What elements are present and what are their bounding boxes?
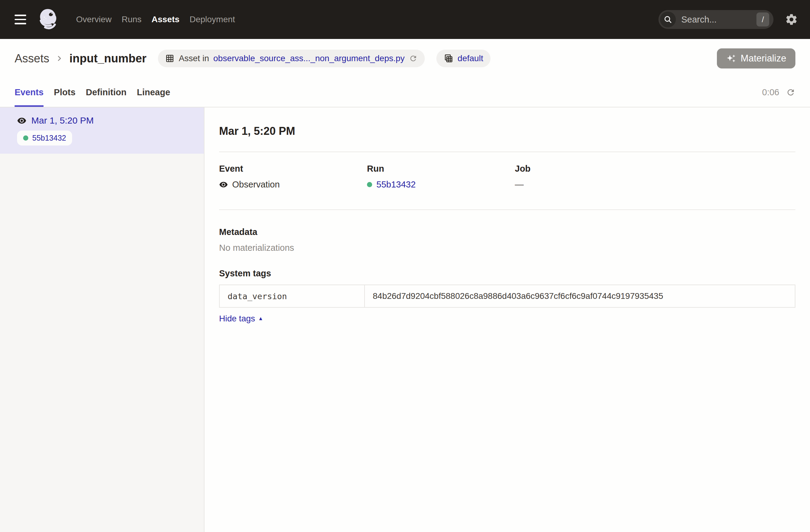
chevron-right-icon <box>55 54 64 63</box>
nav-item-runs[interactable]: Runs <box>122 15 142 25</box>
tag-value-cell: 84b26d7d9204cbf588026c8a9886d403a6c9637c… <box>365 285 795 307</box>
settings-button[interactable] <box>785 13 798 26</box>
search-input[interactable]: Search... / <box>659 10 774 29</box>
tag-key-cell: data_version <box>220 285 365 307</box>
materialize-label: Materialize <box>741 53 786 64</box>
page-title: input_number <box>69 52 146 65</box>
refresh-icon <box>409 54 418 63</box>
hide-tags-link[interactable]: Hide tags ▲ <box>219 314 263 323</box>
top-nav: Overview Runs Assets Deployment Search..… <box>0 0 810 39</box>
asset-header: Assets input_number Asset in observable_… <box>0 39 810 78</box>
event-list-sidebar: Mar 1, 5:20 PM 55b13432 <box>0 108 205 532</box>
event-detail-title: Mar 1, 5:20 PM <box>219 125 795 138</box>
asset-location-pill: Asset in observable_source_ass..._non_ar… <box>158 50 424 67</box>
search-placeholder: Search... <box>681 15 757 25</box>
nav-item-deployment[interactable]: Deployment <box>190 15 235 25</box>
search-shortcut-key: / <box>757 13 769 27</box>
run-tag[interactable]: 55b13432 <box>17 131 72 145</box>
code-location-link[interactable]: default <box>458 53 483 63</box>
run-status-dot <box>367 182 372 187</box>
system-tags-heading: System tags <box>219 268 795 279</box>
system-tags-table: data_version 84b26d7d9204cbf588026c8a988… <box>219 285 795 308</box>
tab-events[interactable]: Events <box>15 78 44 107</box>
repo-icon <box>444 53 453 63</box>
run-column-header: Run <box>367 163 515 174</box>
asset-file-link[interactable]: observable_source_ass..._non_argument_de… <box>213 53 405 63</box>
reload-location-button[interactable] <box>409 54 418 63</box>
asset-in-label: Asset in <box>179 53 209 63</box>
divider <box>219 209 795 210</box>
event-list-item-selected[interactable]: Mar 1, 5:20 PM 55b13432 <box>0 108 204 154</box>
refresh-icon <box>786 88 795 97</box>
hide-tags-label: Hide tags <box>219 314 255 323</box>
tab-definition[interactable]: Definition <box>86 78 127 107</box>
divider <box>219 151 795 152</box>
run-id-label: 55b13432 <box>32 134 66 142</box>
menu-button[interactable] <box>15 15 26 25</box>
hamburger-icon <box>15 15 26 16</box>
eye-icon <box>17 116 27 125</box>
refresh-button[interactable] <box>786 88 795 97</box>
nav-item-assets[interactable]: Assets <box>151 15 179 25</box>
metadata-empty-message: No materializations <box>219 242 795 253</box>
caret-up-icon: ▲ <box>258 316 263 322</box>
job-empty-value: — <box>515 178 524 191</box>
breadcrumb: Assets input_number <box>15 52 146 65</box>
breadcrumb-assets-link[interactable]: Assets <box>15 52 49 65</box>
event-column-header: Event <box>219 163 367 174</box>
run-status-dot <box>23 135 28 141</box>
event-detail-panel: Mar 1, 5:20 PM Event Observation Run 55b… <box>205 108 810 532</box>
tab-plots[interactable]: Plots <box>54 78 76 107</box>
octopus-icon <box>36 7 62 32</box>
metadata-heading: Metadata <box>219 226 795 237</box>
materialize-button[interactable]: Materialize <box>717 48 795 68</box>
search-icon <box>663 15 673 24</box>
run-id-link[interactable]: 55b13432 <box>376 178 416 191</box>
tabs-bar: Events Plots Definition Lineage 0:06 <box>0 78 810 108</box>
event-column: Event Observation <box>219 163 367 191</box>
sparkle-icon <box>726 53 736 64</box>
table-grid-icon <box>165 54 174 63</box>
event-type-value: Observation <box>232 178 280 191</box>
eye-icon <box>219 180 228 189</box>
gear-icon <box>785 13 798 26</box>
job-column-header: Job <box>515 163 795 174</box>
run-column: Run 55b13432 <box>367 163 515 191</box>
dagster-logo[interactable] <box>36 7 62 32</box>
primary-nav: Overview Runs Assets Deployment <box>76 15 235 25</box>
code-location-pill: default <box>436 50 490 67</box>
event-timestamp-link[interactable]: Mar 1, 5:20 PM <box>31 115 94 126</box>
nav-item-overview[interactable]: Overview <box>76 15 112 25</box>
refresh-timer: 0:06 <box>762 87 779 97</box>
job-column: Job — <box>515 163 795 191</box>
tab-lineage[interactable]: Lineage <box>137 78 171 107</box>
